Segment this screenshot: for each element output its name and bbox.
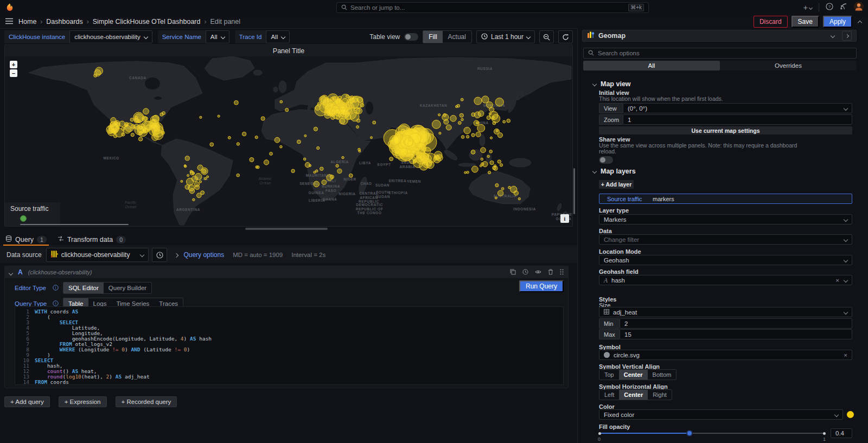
view-select[interactable]: (0°, 0°) [623, 103, 852, 113]
symbol-select[interactable]: circle.svg × [599, 350, 852, 360]
map-attribution-info-button[interactable]: i [560, 214, 569, 223]
duplicate-query-icon[interactable] [510, 267, 516, 277]
share-view-toggle[interactable] [599, 156, 613, 164]
add-query-button[interactable]: + Add query [4, 396, 50, 407]
time-range-picker[interactable]: Last 1 hour [476, 30, 535, 43]
datasource-help-icon[interactable] [152, 248, 167, 262]
fixed-color-swatch[interactable] [847, 411, 854, 418]
layer-type-select[interactable]: Markers [599, 214, 852, 224]
tab-query[interactable]: Query 1 [0, 233, 52, 246]
user-avatar[interactable] [854, 2, 864, 14]
save-button[interactable]: Save [792, 16, 819, 28]
legend-scrollbar[interactable] [20, 224, 129, 225]
zoom-out-time-button[interactable] [539, 30, 554, 43]
section-map-view[interactable]: Map view [593, 80, 631, 88]
edit-area-scrollbar[interactable] [573, 168, 575, 214]
zoom-input[interactable]: 1 [623, 114, 852, 125]
fill-option[interactable]: Fill [423, 31, 442, 43]
actual-option[interactable]: Actual [443, 31, 471, 43]
table-view-toggle[interactable] [404, 33, 418, 41]
fill-actual-switch: Fill Actual [423, 30, 472, 43]
clear-icon[interactable]: × [835, 277, 839, 284]
breadcrumb-dashboard-name[interactable]: Simple ClickHouse OTel Dashboard [93, 18, 201, 25]
map-zoom-out-button[interactable]: – [10, 69, 17, 77]
query-datasource-hint: (clickhouse-observability) [28, 269, 92, 275]
section-map-layers[interactable]: Map layers [593, 168, 636, 175]
variable-value-dropdown[interactable]: All [266, 30, 290, 43]
fill-opacity-label: Fill opacity [599, 423, 630, 430]
clear-icon[interactable]: × [844, 352, 847, 358]
halign-center[interactable]: Center [619, 390, 648, 400]
panel-resize-handle[interactable] [245, 228, 328, 230]
fill-opacity-value[interactable]: 0.4 [831, 428, 852, 438]
halign-right[interactable]: Right [648, 390, 672, 400]
max-input[interactable]: 15 [620, 329, 852, 339]
valign-bottom[interactable]: Bottom [648, 370, 676, 380]
size-field-select[interactable]: adj_heat [599, 307, 852, 317]
new-menu-button[interactable]: + [803, 3, 812, 12]
query-builder-option[interactable]: Query Builder [104, 283, 151, 293]
run-query-button[interactable]: Run Query [519, 280, 564, 292]
map-zoom-in-button[interactable]: + [10, 61, 17, 68]
location-mode-select[interactable]: Geohash [599, 255, 852, 265]
help-icon[interactable]: ? [826, 3, 833, 12]
variable-value-dropdown[interactable]: clickhouse-observability [69, 30, 152, 43]
map-canvas[interactable]: RUSSIACANADAUNITED STATESMEXICOBRAZILARG… [5, 56, 572, 226]
query-history-icon[interactable] [522, 267, 528, 277]
max-row: Max 15 [599, 329, 852, 339]
datasource-picker[interactable]: clickhouse-observability [46, 248, 149, 262]
news-icon[interactable] [840, 3, 847, 12]
use-current-map-settings-button[interactable]: Use current map settings [599, 126, 852, 134]
variable-value-dropdown[interactable]: All [206, 30, 229, 43]
valign-center[interactable]: Center [619, 370, 648, 380]
add-layer-button[interactable]: + Add layer [599, 180, 634, 189]
breadcrumb-home[interactable]: Home [18, 18, 36, 25]
drag-handle-icon[interactable] [560, 267, 564, 277]
transform-icon [58, 235, 64, 243]
sql-line: 14FROM coords [15, 380, 563, 385]
data-filter-select[interactable]: Change filter [599, 234, 852, 245]
hide-query-icon[interactable] [535, 267, 541, 277]
tab-all[interactable]: All [583, 61, 720, 70]
slider-handle[interactable] [686, 430, 693, 436]
color-select[interactable]: Fixed color [599, 409, 843, 420]
visualization-caret-icon[interactable] [831, 34, 835, 38]
symbol-valign-switch: Top Center Bottom [599, 369, 676, 380]
circle-symbol-icon [604, 352, 610, 358]
svg-text:ERITREA: ERITREA [389, 179, 407, 183]
collapse-query-icon[interactable] [9, 267, 12, 277]
world-map[interactable]: RUSSIACANADAUNITED STATESMEXICOBRAZILARG… [5, 56, 572, 226]
apply-button[interactable]: Apply [823, 16, 852, 28]
refresh-button[interactable] [558, 30, 573, 43]
breadcrumb-dashboards[interactable]: Dashboards [46, 18, 82, 25]
submenu-bar: ClickHouse instance clickhouse-observabi… [4, 30, 573, 43]
collapse-header-icon[interactable] [856, 17, 864, 27]
search-input[interactable]: Search or jump to... ⌘+k [336, 2, 649, 13]
query-row-header[interactable]: A (clickhouse-observability) [5, 266, 568, 278]
panel-title[interactable]: Panel Title [5, 45, 572, 56]
options-search-input[interactable]: Search options [583, 48, 857, 59]
svg-text:INDONESIA: INDONESIA [513, 207, 536, 211]
tab-transform-data[interactable]: Transform data 0 [52, 233, 131, 246]
sql-line: 2 ( [15, 314, 563, 320]
add-recorded-query-button[interactable]: + Recorded query [116, 396, 177, 407]
add-expression-button[interactable]: + Expression [59, 396, 107, 407]
menu-icon[interactable] [5, 17, 13, 27]
sql-editor-option[interactable]: SQL Editor [63, 283, 104, 293]
panel-options-pane: Geomap Search options All Overrides Map … [577, 28, 868, 443]
discard-button[interactable]: Discard [754, 16, 788, 28]
query-options-link[interactable]: Query options [183, 251, 224, 259]
grafana-logo-icon[interactable] [5, 3, 15, 12]
delete-query-icon[interactable] [548, 267, 553, 277]
query-options-expand-icon[interactable] [175, 251, 178, 259]
layer-item-source-traffic[interactable]: Source traffic markers [599, 194, 852, 204]
geohash-field-select[interactable]: A hash × [599, 275, 852, 285]
sql-code-editor[interactable]: 1WITH coords AS2 (3 SELECT4 Latitude,5 L… [15, 306, 564, 385]
tab-overrides[interactable]: Overrides [720, 61, 857, 70]
collapse-options-icon[interactable] [842, 31, 852, 41]
valign-top[interactable]: Top [599, 370, 619, 380]
visualization-picker[interactable]: Geomap [582, 30, 857, 42]
halign-left[interactable]: Left [599, 390, 619, 400]
min-input[interactable]: 2 [620, 318, 852, 329]
fill-opacity-slider[interactable] [599, 431, 825, 436]
